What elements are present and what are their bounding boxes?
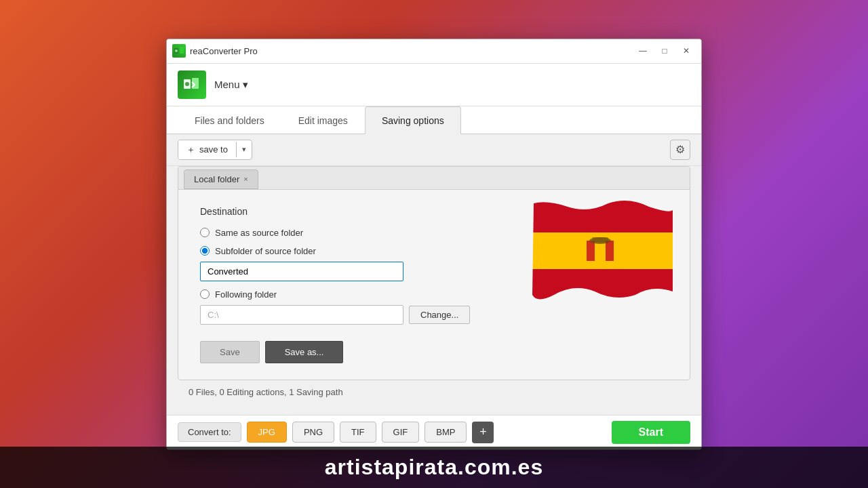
format-bmp-button[interactable]: BMP	[425, 422, 467, 443]
svg-rect-1	[180, 47, 184, 54]
start-button[interactable]: Start	[612, 421, 690, 444]
minimize-button[interactable]: —	[633, 44, 652, 58]
add-format-button[interactable]: +	[472, 422, 494, 443]
save-button[interactable]: Save	[200, 341, 260, 363]
following-folder-label: Following folder	[215, 289, 277, 300]
status-text: 0 Files, 0 Editing actions, 1 Saving pat…	[189, 387, 343, 397]
save-to-main-button[interactable]: ＋ save to	[178, 140, 236, 159]
tab-saving[interactable]: Saving options	[365, 106, 461, 134]
gear-icon: ⚙	[675, 143, 685, 156]
format-jpg-button[interactable]: JPG	[247, 422, 287, 443]
convert-to-section: Convert to: JPG PNG TIF GIF BMP +	[178, 422, 494, 443]
format-gif-button[interactable]: GIF	[382, 422, 420, 443]
local-folder-tab[interactable]: Local folder ×	[184, 169, 258, 189]
svg-point-5	[185, 82, 189, 86]
save-to-button[interactable]: ＋ save to ▾	[178, 140, 252, 160]
window-controls: — □ ✕	[633, 44, 696, 58]
same-source-radio[interactable]	[200, 228, 210, 237]
svg-rect-11	[606, 241, 614, 261]
bottom-bar: Convert to: JPG PNG TIF GIF BMP + Start	[167, 415, 701, 449]
following-radio[interactable]	[200, 289, 210, 299]
tab-files[interactable]: Files and folders	[178, 106, 281, 134]
same-source-label: Same as source folder	[215, 228, 303, 238]
local-folder-panel: Local folder × Destination Same as sourc…	[178, 166, 690, 380]
main-window: reaConverter Pro — □ ✕ Menu ▾ Files and …	[166, 39, 702, 450]
svg-point-2	[175, 49, 178, 52]
panel-body: Destination Same as source folder Subfol…	[178, 190, 690, 380]
close-button[interactable]: ✕	[677, 44, 696, 58]
panel-tab-bar: Local folder ×	[178, 167, 690, 190]
convert-to-label: Convert to:	[178, 422, 241, 442]
menu-arrow: ▾	[243, 79, 248, 91]
maximize-button[interactable]: □	[655, 44, 674, 58]
title-bar: reaConverter Pro — □ ✕	[167, 39, 701, 64]
action-bar: ＋ save to ▾ ⚙	[167, 134, 701, 166]
menu-button[interactable]: Menu ▾	[214, 79, 248, 91]
local-folder-label: Local folder	[194, 174, 239, 184]
title-bar-left: reaConverter Pro	[172, 44, 258, 58]
svg-rect-8	[527, 269, 676, 305]
subfolder-input[interactable]	[200, 262, 403, 281]
panel-tab-close-button[interactable]: ×	[243, 175, 248, 183]
tab-edit[interactable]: Edit images	[281, 106, 365, 134]
format-tif-button[interactable]: TIF	[340, 422, 376, 443]
plus-icon: ＋	[186, 144, 195, 156]
save-to-label: save to	[199, 144, 228, 155]
save-as-button[interactable]: Save as...	[265, 341, 344, 363]
flag-decoration	[527, 197, 676, 305]
format-png-button[interactable]: PNG	[292, 422, 334, 443]
subfolder-radio[interactable]	[200, 246, 210, 256]
menu-label: Menu	[214, 79, 240, 90]
following-folder-input[interactable]	[200, 305, 403, 325]
content-area: Local folder × Destination Same as sourc…	[167, 166, 701, 415]
svg-rect-13	[592, 237, 608, 243]
window-title: reaConverter Pro	[190, 46, 258, 56]
status-bar: 0 Files, 0 Editing actions, 1 Saving pat…	[178, 380, 690, 404]
following-input-row: Change...	[200, 305, 668, 325]
save-to-dropdown-button[interactable]: ▾	[236, 142, 252, 157]
subfolder-label: Subfolder of source folder	[215, 246, 316, 256]
svg-rect-9	[587, 241, 595, 261]
settings-button[interactable]: ⚙	[670, 140, 690, 160]
toolbar: Menu ▾	[167, 64, 701, 106]
svg-rect-6	[527, 197, 676, 232]
change-button[interactable]: Change...	[409, 306, 470, 324]
tabs-bar: Files and folders Edit images Saving opt…	[167, 106, 701, 134]
app-icon	[172, 44, 186, 58]
watermark: artistapirata.com.es	[0, 447, 868, 488]
save-buttons: Save Save as...	[200, 341, 668, 363]
app-logo	[178, 70, 206, 99]
